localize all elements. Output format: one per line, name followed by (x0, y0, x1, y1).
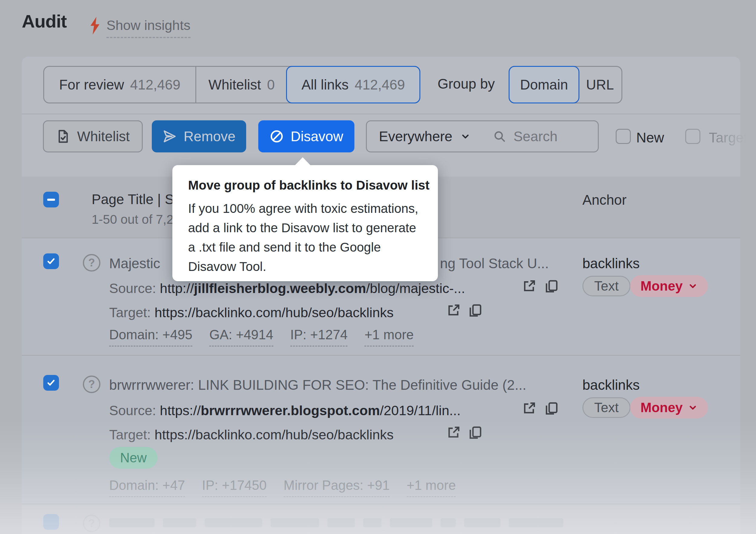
remove-button-label: Remove (183, 128, 235, 145)
row1-help-icon[interactable]: ? (83, 254, 100, 272)
whitelist-button[interactable]: Whitelist (43, 120, 143, 152)
tooltip-arrow (295, 157, 311, 166)
row2-target-external-link-icon[interactable] (446, 425, 461, 440)
group-by-url[interactable]: URL (579, 67, 621, 102)
group-by-label: Group by (438, 76, 495, 92)
marker-ip[interactable]: IP: +1274 (290, 327, 348, 347)
row1-text-badge: Text (582, 276, 631, 296)
row3-help-icon: ? (83, 515, 100, 532)
column-anchor[interactable]: Anchor (582, 192, 627, 208)
column-page-title[interactable]: Page Title | So (92, 191, 182, 207)
target-label: Target: (109, 305, 151, 320)
whitelist-count: 0 (267, 76, 275, 93)
marker-ga[interactable]: GA: +4914 (209, 327, 273, 347)
row1-toxic-markers: Domain: +495GA: +4914IP: +1274+1 more (109, 327, 431, 342)
target-label: Target: (109, 427, 151, 442)
row2-source-line: Source: https://brwrrrwwerer.blogspot.co… (109, 403, 461, 418)
marker-domain[interactable]: Domain: +495 (109, 327, 192, 347)
row2-source-external-link-icon[interactable] (522, 401, 536, 415)
send-plane-icon (162, 129, 177, 144)
tab-whitelist[interactable]: Whitelist 0 (196, 67, 287, 102)
search-field[interactable] (483, 128, 600, 145)
row1-title-left[interactable]: Majestic (109, 255, 160, 272)
filter-new-label: New (636, 129, 664, 146)
row1-title-right[interactable]: ng Tool Stack U... (440, 255, 549, 272)
pagination-summary: 1-50 out of 7,2 (92, 212, 174, 227)
target-url[interactable]: https://backlinko.com/hub/seo/backlinks (154, 305, 393, 320)
marker-more[interactable]: +1 more (364, 327, 414, 347)
source-label: Source: (109, 280, 156, 296)
tab-for-review[interactable]: For review 412,469 (44, 67, 195, 102)
row1-checkbox[interactable] (43, 254, 59, 269)
row1-anchor: backlinks (582, 255, 639, 272)
marker-ip[interactable]: IP: +17450 (202, 478, 267, 497)
filter-toolbar-divider (22, 114, 740, 114)
filter-target-checkbox[interactable] (685, 129, 700, 144)
filter-target-label: Target (709, 129, 747, 146)
check-icon (46, 256, 56, 266)
row2-help-icon[interactable]: ? (83, 376, 100, 393)
row2-text-badge: Text (582, 397, 631, 418)
group-by-domain[interactable]: Domain (509, 66, 580, 103)
scope-value: Everywhere (379, 128, 452, 145)
backlink-audit-screen: Audit Show insights For review 412,469 W… (0, 0, 756, 534)
tab-all-links[interactable]: All links 412,469 (286, 66, 420, 103)
search-icon (493, 130, 506, 143)
row2-target-copy-icon[interactable] (468, 425, 483, 440)
circle-slash-icon (269, 129, 284, 144)
source-label: Source: (109, 403, 156, 418)
review-tabs: For review 412,469 Whitelist 0 All links… (43, 66, 420, 103)
chevron-down-icon (460, 131, 471, 142)
filter-new-checkbox[interactable] (616, 129, 631, 144)
row1-money-badge[interactable]: Money (630, 275, 708, 297)
tooltip-body: If you 100% agree with toxic estimations… (188, 199, 422, 276)
row3-ghost-text (109, 518, 572, 528)
marker-domain[interactable]: Domain: +47 (109, 478, 185, 497)
check-icon (46, 378, 56, 388)
search-input[interactable] (513, 128, 590, 145)
scope-dropdown[interactable]: Everywhere (367, 128, 483, 145)
row1-target-copy-icon[interactable] (468, 303, 483, 317)
row1-source-copy-icon[interactable] (544, 279, 559, 293)
search-control: Everywhere (366, 120, 599, 152)
group-by-toggle: Domain URL (509, 66, 622, 103)
row1-source-external-link-icon[interactable] (522, 279, 536, 293)
row2-source-copy-icon[interactable] (544, 401, 559, 415)
row2-anchor: backlinks (582, 377, 639, 393)
row2-money-badge[interactable]: Money (630, 397, 708, 418)
show-insights-link[interactable]: Show insights (106, 17, 191, 38)
all-links-count: 412,469 (355, 76, 405, 93)
row2-target-line: Target: https://backlinko.com/hub/seo/ba… (109, 427, 394, 443)
row2-checkbox[interactable] (43, 375, 59, 391)
marker-more[interactable]: +1 more (407, 478, 456, 497)
select-all-checkbox[interactable] (43, 192, 59, 207)
row2-new-badge: New (109, 447, 157, 469)
row2-toxic-markers: Domain: +47IP: +17450Mirror Pages: +91+1… (109, 478, 472, 493)
whitelist-button-label: Whitelist (77, 128, 130, 145)
source-url[interactable]: http://jillfleisherblog.weebly.com/blog/… (160, 280, 465, 296)
page-title: Audit (22, 11, 67, 32)
money-chevron-down-icon (688, 281, 698, 291)
row1-source-line: Source: http://jillfleisherblog.weebly.c… (109, 280, 465, 296)
lightning-bolt-icon (88, 16, 102, 35)
row3-checkbox[interactable] (43, 514, 59, 530)
for-review-count: 412,469 (130, 76, 180, 93)
disavow-tooltip: Move group of backlinks to Disavow list … (172, 165, 438, 281)
remove-button[interactable]: Remove (152, 120, 246, 152)
whitelist-doc-check-icon (56, 129, 70, 144)
indeterminate-mark (47, 199, 55, 201)
target-url[interactable]: https://backlinko.com/hub/seo/backlinks (154, 427, 393, 442)
row2-title[interactable]: brwrrrwwerer: LINK BUILDING FOR SEO: The… (109, 377, 526, 393)
tooltip-title: Move group of backlinks to Disavow list (188, 177, 422, 194)
marker-mirror-pages[interactable]: Mirror Pages: +91 (284, 478, 390, 497)
row1-target-line: Target: https://backlinko.com/hub/seo/ba… (109, 305, 394, 321)
source-url[interactable]: https://brwrrrwwerer.blogspot.com/2019/1… (160, 403, 461, 418)
disavow-button-label: Disavow (291, 128, 343, 145)
money-chevron-down-icon (688, 403, 698, 413)
row1-target-external-link-icon[interactable] (446, 303, 461, 317)
disavow-button[interactable]: Disavow (258, 120, 354, 152)
